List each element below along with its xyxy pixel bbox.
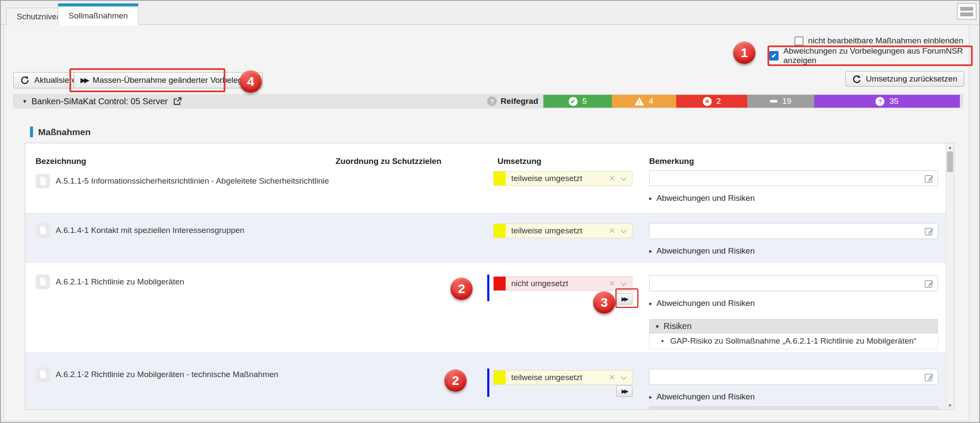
edit-icon[interactable] (924, 278, 934, 289)
status-select[interactable]: teilweise umgesetzt ✕ (493, 171, 632, 186)
badge-partial[interactable]: ! 4 (612, 95, 676, 108)
scrollbar-thumb[interactable] (947, 151, 953, 172)
risks-header[interactable]: ▾ Risiken (649, 319, 938, 333)
deviations-toggle[interactable]: ▸ Abweichungen und Risiken (649, 193, 938, 203)
clear-icon[interactable]: ✕ (609, 174, 615, 183)
external-link-icon[interactable] (173, 97, 182, 106)
expand-icon: ▸ (649, 300, 652, 307)
collapse-icon[interactable]: ▾ (23, 97, 27, 105)
scroll-down-icon[interactable]: ▼ (946, 403, 954, 408)
scroll-up-icon[interactable]: ▲ (946, 145, 954, 150)
vertical-scrollbar[interactable]: ▲ ▼ (946, 143, 954, 409)
annotation-circle-2: 2 (450, 278, 473, 300)
adopt-default-button[interactable]: ▶▶ (616, 385, 632, 397)
deviations-toggle[interactable]: ▸ Abweichungen und Risiken (649, 392, 938, 402)
col-header-bemerkung: Bemerkung (649, 157, 937, 166)
risks-panel: ▾ Risiken • GAP-Risiko zu Sollmaßnahme „… (649, 319, 938, 349)
clear-icon[interactable]: ✕ (609, 373, 615, 382)
status-color-strip (494, 277, 506, 290)
implementation-cell: teilweise umgesetzt ✕ (486, 169, 649, 213)
chevron-down-icon[interactable] (620, 175, 626, 181)
clear-icon[interactable]: ✕ (609, 226, 615, 236)
dash-icon (770, 100, 777, 103)
deviations-checkbox[interactable]: ✔ (769, 51, 779, 60)
badge-unrated[interactable]: ? 35 (814, 95, 960, 108)
chevron-down-icon[interactable] (620, 374, 626, 380)
annotation-box-4 (69, 68, 225, 92)
col-header-bezeichnung: Bezeichnung (36, 157, 336, 166)
noneditable-checkbox[interactable] (794, 36, 803, 45)
group-title: Banken-SiMaKat Control: 05 Server (32, 97, 168, 106)
maturity-help-icon[interactable]: ? (487, 97, 497, 106)
status-select[interactable]: teilweise umgesetzt ✕ (493, 224, 632, 238)
remark-cell: ▸ Abweichungen und Risiken ▾ Risiken • G… (649, 263, 938, 353)
edit-icon[interactable] (924, 173, 934, 184)
chevron-down-icon[interactable] (620, 280, 626, 286)
status-select[interactable]: nicht umgesetzt ✕ (493, 276, 632, 291)
clear-icon[interactable]: ✕ (609, 279, 615, 288)
section-title: Maßnahmen (38, 127, 91, 137)
status-value: teilweise umgesetzt (506, 174, 609, 183)
reset-label: Umsetzung zurücksetzen (866, 74, 957, 84)
annotation-box-1: ✔ Abweichungen zu Vorbelegungen aus Foru… (767, 45, 973, 66)
deviation-marker-bar (487, 369, 489, 397)
maturity-badges: ✔ 5 ! 4 ✕ 2 19 ? 35 (543, 95, 960, 108)
status-value: nicht umgesetzt (506, 279, 609, 288)
objectives-cell (336, 169, 486, 213)
document-icon (36, 367, 50, 382)
measure-title: A.6.2.1-2 Richtlinie zu Mobilgeräten - t… (56, 367, 279, 382)
status-color-strip (494, 371, 506, 384)
remark-cell: ▸ Abweichungen und Risiken (649, 353, 938, 409)
remark-input[interactable] (649, 223, 938, 239)
status-value: teilweise umgesetzt (506, 226, 609, 236)
remark-input[interactable] (649, 369, 938, 385)
objectives-cell (336, 263, 486, 353)
badge-implemented[interactable]: ✔ 5 (543, 95, 612, 108)
deviations-toggle[interactable]: ▸ Abweichungen und Risiken (649, 299, 938, 308)
remark-cell: ▸ Abweichungen und Risiken (649, 169, 938, 213)
remark-input[interactable] (649, 170, 938, 186)
badge-count: 2 (716, 97, 721, 106)
measures-table: Bezeichnung Zuordnung zu Schutzzielen Um… (25, 143, 954, 410)
badge-count: 35 (889, 97, 898, 106)
reset-implementation-button[interactable]: Umsetzung zurücksetzen (845, 71, 964, 87)
badge-not-implemented[interactable]: ✕ 2 (676, 95, 747, 108)
maturity-label: Reifegrad (500, 97, 538, 106)
chevron-down-icon[interactable] (620, 227, 626, 233)
annotation-box-3 (615, 288, 638, 308)
question-glyph: ? (490, 98, 494, 105)
deviations-label: Abweichungen und Risiken (656, 299, 755, 308)
edit-icon[interactable] (924, 372, 934, 382)
status-select[interactable]: teilweise umgesetzt ✕ (493, 370, 632, 385)
deviations-label: Abweichungen und Risiken (656, 392, 755, 402)
risks-title: Risiken (664, 321, 692, 331)
annotation-circle-4: 4 (240, 70, 262, 93)
badge-count: 4 (649, 97, 653, 106)
group-header[interactable]: ▾ Banken-SiMaKat Control: 05 Server ? Re… (13, 94, 963, 109)
annotation-circle-3: 3 (593, 291, 615, 314)
document-icon (36, 275, 50, 289)
collapse-icon: ▾ (656, 323, 659, 330)
risks-panel-clipped (649, 406, 938, 409)
warning-triangle-icon: ! (635, 97, 644, 106)
measure-title: A.6.1.4-1 Kontakt mit speziellen Interes… (56, 223, 244, 238)
badge-not-applicable[interactable]: 19 (747, 95, 814, 108)
remark-input[interactable] (649, 275, 938, 291)
implementation-cell: teilweise umgesetzt ✕ (486, 214, 649, 262)
tab-sollmassnahmen[interactable]: Sollmaßnahmen (58, 3, 138, 25)
deviations-toggle[interactable]: ▸ Abweichungen und Risiken (649, 246, 938, 256)
menu-bar (960, 12, 973, 16)
refresh-icon (20, 76, 30, 85)
col-header-umsetzung: Umsetzung (486, 157, 649, 166)
table-row: A.5.1.1-5 Informationssicherheitsrichtli… (25, 169, 946, 213)
implementation-cell: teilweise umgesetzt ✕ ▶▶ (486, 353, 649, 409)
list-view-icon[interactable] (957, 3, 977, 20)
tab-bar: Schutzniveau Sollmaßnahmen (1, 1, 979, 25)
status-value: teilweise umgesetzt (506, 373, 609, 382)
check-circle-icon: ✔ (569, 97, 578, 106)
document-icon (36, 174, 50, 188)
section-heading: Maßnahmen (30, 127, 91, 137)
deviations-label: Abweichungen zu Vorbelegungen aus ForumN… (783, 46, 963, 65)
edit-icon[interactable] (924, 226, 934, 236)
tab-label: Sollmaßnahmen (69, 11, 128, 21)
